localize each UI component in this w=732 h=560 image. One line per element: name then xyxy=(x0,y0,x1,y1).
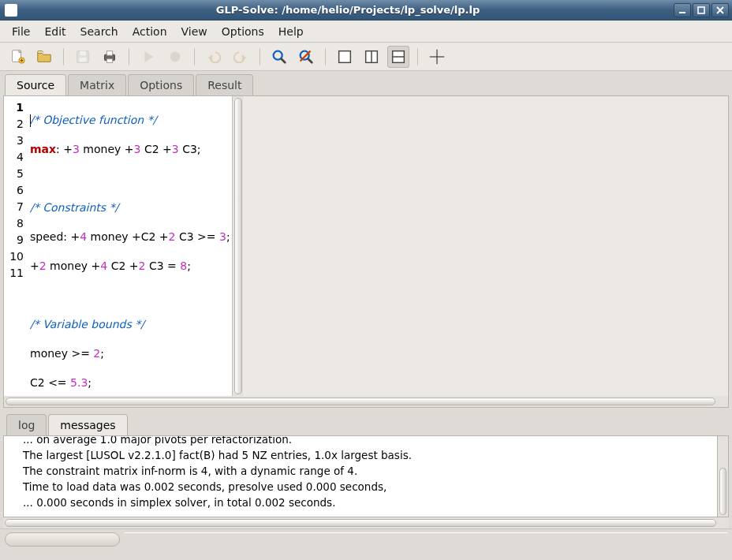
window-title: GLP-Solve: /home/helio/Projects/lp_solve… xyxy=(22,4,674,16)
menu-search[interactable]: Search xyxy=(73,22,125,41)
svg-rect-7 xyxy=(79,57,86,62)
code-area[interactable]: /* Objective function */ max: +3 money +… xyxy=(27,96,232,396)
tab-result[interactable]: Result xyxy=(196,74,253,95)
status-progress xyxy=(5,532,120,547)
scrollbar-thumb[interactable] xyxy=(6,398,715,405)
status-bar xyxy=(0,528,732,549)
scrollbar-thumb[interactable] xyxy=(234,98,242,394)
editor-horizontal-scrollbar[interactable] xyxy=(4,396,728,407)
find-replace-button[interactable] xyxy=(295,46,317,68)
toolbar xyxy=(0,43,732,71)
tab-matrix[interactable]: Matrix xyxy=(68,74,126,95)
tab-source[interactable]: Source xyxy=(5,74,66,95)
svg-point-12 xyxy=(170,51,181,62)
minimize-button[interactable] xyxy=(674,3,691,17)
message-line: ... 0.000 seconds in simplex solver, in … xyxy=(23,495,709,510)
layout-split-v-button[interactable] xyxy=(360,46,383,68)
editor-vertical-scrollbar[interactable] xyxy=(232,96,243,396)
close-button[interactable] xyxy=(711,3,729,17)
messages-horizontal-scrollbar[interactable] xyxy=(3,517,729,528)
editor-panel: 1 2 3 4 5 6 7 8 9 10 11 /* Objective fun… xyxy=(3,95,729,408)
redo-button[interactable] xyxy=(230,46,252,68)
layout-single-button[interactable] xyxy=(334,46,356,68)
maximize-button[interactable] xyxy=(693,3,710,17)
undo-button[interactable] xyxy=(203,46,225,68)
messages-output[interactable]: ... on average 1.0 major pivots per refa… xyxy=(3,435,718,517)
tab-options[interactable]: Options xyxy=(128,74,194,95)
app-icon xyxy=(5,4,17,17)
line-gutter: 1 2 3 4 5 6 7 8 9 10 11 xyxy=(4,96,27,396)
tab-log[interactable]: log xyxy=(6,414,47,435)
messages-vertical-scrollbar[interactable] xyxy=(718,435,729,517)
tab-messages[interactable]: messages xyxy=(48,414,127,435)
message-line: The largest [LUSOL v2.2.1.0] fact(B) had… xyxy=(23,447,709,463)
title-bar: GLP-Solve: /home/helio/Projects/lp_solve… xyxy=(0,0,732,21)
scrollbar-thumb[interactable] xyxy=(719,468,726,515)
menu-file[interactable]: File xyxy=(5,22,37,41)
layout-split-h-button[interactable] xyxy=(387,46,409,68)
message-line: ... on average 1.0 major pivots per refa… xyxy=(23,435,709,447)
status-spacer xyxy=(125,532,727,547)
svg-rect-9 xyxy=(106,50,112,55)
upper-tabstrip: Source Matrix Options Result xyxy=(0,71,732,95)
layout-crosshair-button[interactable] xyxy=(426,46,448,68)
print-button[interactable] xyxy=(99,46,121,68)
message-line: The constraint matrix inf-norm is 4, wit… xyxy=(23,463,709,479)
source-editor[interactable]: 1 2 3 4 5 6 7 8 9 10 11 /* Objective fun… xyxy=(4,96,232,396)
message-line: Time to load data was 0.002 seconds, pre… xyxy=(23,479,709,495)
svg-rect-17 xyxy=(339,50,351,62)
menu-bar: File Edit Search Action View Options Hel… xyxy=(0,21,732,43)
menu-view[interactable]: View xyxy=(174,22,215,41)
svg-rect-0 xyxy=(679,12,685,13)
menu-edit[interactable]: Edit xyxy=(37,22,73,41)
lower-tabstrip: log messages xyxy=(3,411,729,435)
menu-action[interactable]: Action xyxy=(125,22,174,41)
svg-rect-6 xyxy=(80,50,85,55)
stop-button[interactable] xyxy=(164,46,186,68)
new-file-button[interactable] xyxy=(6,46,28,68)
scrollbar-thumb[interactable] xyxy=(5,519,716,527)
save-button[interactable] xyxy=(72,46,94,68)
open-file-button[interactable] xyxy=(33,46,55,68)
menu-options[interactable]: Options xyxy=(215,22,271,41)
svg-marker-11 xyxy=(144,51,153,62)
svg-rect-1 xyxy=(698,7,704,13)
svg-rect-10 xyxy=(106,58,112,62)
menu-help[interactable]: Help xyxy=(271,22,311,41)
run-button[interactable] xyxy=(137,46,159,68)
find-button[interactable] xyxy=(268,46,290,68)
